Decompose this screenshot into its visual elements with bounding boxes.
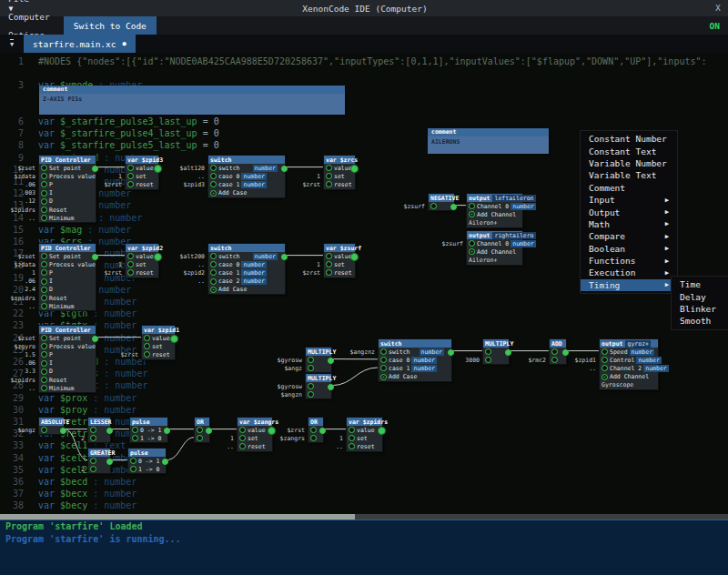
input-port-icon[interactable] — [308, 365, 314, 371]
node-row[interactable]: +Add Channel — [467, 210, 522, 218]
node-row[interactable]: $zpid3case 1number — [208, 180, 285, 188]
node-row[interactable]: $zrstreset — [126, 268, 158, 277]
type-chip[interactable]: number — [241, 173, 266, 180]
node-row[interactable]: $zsetSet point — [39, 334, 96, 342]
node-row[interactable]: $alt120switchnumber — [208, 164, 285, 172]
node-header[interactable]: PID Controller — [39, 156, 96, 164]
node-row[interactable]: value — [126, 164, 158, 172]
var-zpid3[interactable]: var $zpid3value1set$zrstreset — [125, 155, 159, 190]
input-port-icon[interactable] — [210, 278, 217, 285]
node-header[interactable]: MULTIPLY — [306, 374, 331, 382]
input-port-icon[interactable] — [144, 343, 150, 349]
node-header[interactable]: NEGATIVE — [429, 194, 454, 202]
node-row[interactable] — [88, 426, 110, 434]
context-menu-item-functions[interactable]: Functions▶ — [581, 255, 677, 267]
input-port-icon[interactable] — [469, 240, 475, 247]
node-header[interactable]: MULTIPLY — [306, 348, 331, 356]
node-row[interactable]: $zpidrsReset — [39, 206, 96, 214]
absolute[interactable]: ABSOLUTE$angz — [38, 417, 65, 435]
node-row[interactable]: Aileron+ — [467, 218, 522, 227]
context-menu-item-input[interactable]: Input▶ — [581, 194, 677, 206]
node-row[interactable]: 3.3D — [39, 368, 96, 376]
input-port-icon[interactable] — [41, 261, 47, 267]
output-port-icon[interactable] — [162, 459, 168, 465]
node-row[interactable]: 1set — [324, 260, 355, 268]
menu-item-file[interactable]: File — [0, 0, 58, 7]
output-port-icon[interactable] — [328, 384, 334, 390]
menu-item-computer[interactable]: Computer — [0, 7, 58, 25]
node-row[interactable]: +Add Case — [208, 189, 285, 197]
node-row[interactable]: 2 — [88, 434, 110, 442]
node-row[interactable]: ..Minimum — [39, 302, 96, 310]
pid-controller-1[interactable]: PID Controller$zsetSet point$zdataProces… — [38, 155, 96, 223]
node-header[interactable]: var $zsurf — [324, 244, 355, 252]
negative[interactable]: NEGATIVE$zsurf — [428, 193, 455, 211]
input-port-icon[interactable] — [41, 198, 47, 205]
node-row[interactable]: $zrstreset — [324, 268, 355, 277]
node-header[interactable]: switch — [379, 339, 451, 348]
node-header[interactable]: var $zangrs — [238, 418, 272, 426]
or-1[interactable]: OR — [194, 417, 210, 443]
node-row[interactable]: 1 -> 0 — [128, 465, 166, 473]
node-header[interactable]: OR — [195, 418, 209, 426]
output-type-chip[interactable]: number — [420, 348, 444, 356]
tab-starfire-main[interactable]: starfire.main.xc ● — [24, 35, 136, 53]
type-chip[interactable]: number — [411, 365, 436, 372]
input-port-icon[interactable] — [41, 190, 47, 197]
node-row[interactable] — [483, 348, 509, 356]
pid-controller-2[interactable]: PID Controller$zsetSet point$zdataProces… — [38, 243, 96, 311]
tab-dropdown-icon[interactable]: ▼ — [0, 39, 24, 48]
submenu-item-blinker[interactable]: Blinker — [672, 303, 728, 315]
output-port-icon[interactable] — [562, 349, 569, 356]
input-port-icon[interactable] — [127, 165, 134, 171]
input-port-icon[interactable] — [308, 357, 314, 363]
input-port-icon[interactable] — [144, 335, 150, 341]
input-port-icon[interactable] — [349, 435, 355, 441]
input-port-icon[interactable] — [551, 348, 558, 355]
node-row[interactable]: +Add Channel — [600, 373, 658, 381]
multiply-b[interactable]: MULTIPLY$gyrosw$angzn — [305, 373, 332, 399]
node-row[interactable] — [550, 348, 566, 356]
node-row[interactable]: ..case 0number — [208, 172, 285, 180]
node-row[interactable] — [195, 434, 209, 442]
node-row[interactable] — [88, 457, 110, 465]
node-row[interactable]: $zpid1Controlnumber — [600, 356, 658, 364]
node-row[interactable]: .06I — [39, 359, 96, 368]
input-port-icon[interactable] — [127, 269, 134, 276]
input-port-icon[interactable] — [41, 377, 47, 383]
node-row[interactable]: $angznzswitchnumber — [379, 348, 451, 356]
node-row[interactable]: 1set — [324, 172, 355, 180]
input-port-icon[interactable] — [430, 203, 437, 209]
node-row[interactable]: 1P — [39, 268, 96, 277]
input-port-icon[interactable] — [326, 181, 332, 187]
node-header[interactable]: PID Controller — [39, 244, 96, 252]
input-port-icon[interactable] — [41, 269, 47, 276]
output-port-icon[interactable] — [328, 358, 334, 364]
input-port-icon[interactable] — [41, 287, 47, 293]
node-row[interactable]: $zgyroProcess value — [39, 342, 96, 350]
input-port-icon[interactable] — [127, 261, 134, 267]
node-row[interactable]: case 1number — [379, 364, 451, 372]
node-header[interactable]: OR — [308, 418, 323, 426]
switch-1[interactable]: switch$alt120switchnumber..case 0number$… — [207, 155, 286, 198]
output-port-icon[interactable] — [164, 428, 170, 434]
node-row[interactable]: $angzn — [306, 390, 331, 398]
switch-3[interactable]: switch$angznzswitchnumbercase 0numbercas… — [378, 338, 452, 382]
input-port-icon[interactable] — [485, 348, 491, 355]
type-chip[interactable]: number — [643, 365, 668, 372]
add-port-icon[interactable]: + — [602, 374, 608, 380]
var-zrcs[interactable]: var $zrcsvalue1set$zrstreset — [323, 155, 356, 190]
input-port-icon[interactable] — [41, 253, 47, 259]
node-row[interactable]: 1set — [347, 434, 382, 442]
node-row[interactable]: .12D — [39, 197, 96, 206]
add-port-icon[interactable]: + — [469, 248, 475, 255]
node-row[interactable]: $zrstreset — [126, 180, 158, 188]
input-port-icon[interactable] — [41, 343, 47, 349]
pulse-2[interactable]: pulse0 -> 11 -> 0 — [127, 448, 167, 474]
pulse-1[interactable]: pulse0 -> 11 -> 0 — [129, 417, 168, 443]
close-icon[interactable]: X — [708, 4, 728, 13]
input-port-icon[interactable] — [326, 173, 332, 179]
type-chip[interactable]: number — [411, 357, 436, 364]
input-port-icon[interactable] — [602, 365, 608, 371]
submenu-item-smooth[interactable]: Smooth — [672, 315, 728, 327]
